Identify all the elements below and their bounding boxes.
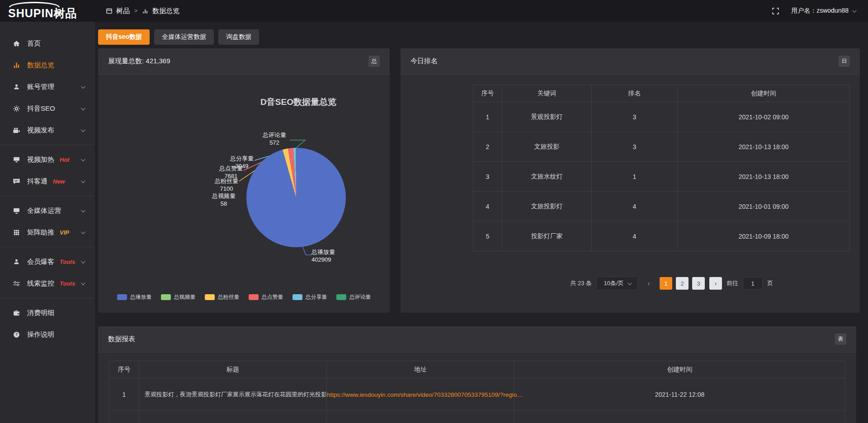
help-icon: ? [13, 331, 20, 338]
sidebar-item-label: 视频发布 [27, 126, 54, 135]
rank-col-header: 排名 [592, 85, 678, 102]
legend-swatch [292, 294, 302, 300]
legend-item-4[interactable]: 总分享量 [292, 293, 327, 301]
chevron-down-icon [81, 208, 85, 212]
sidebar-item-9[interactable]: 会员爆客Tools [0, 251, 95, 273]
legend-item-0[interactable]: 总播放量 [117, 293, 152, 301]
rank-table-row: 1景观投影灯32021-10-02 09:00 [473, 102, 850, 132]
next-page-button[interactable]: › [709, 277, 722, 290]
legend-label: 总视频量 [174, 293, 196, 301]
rank-table-row: 3文旅水纹灯12021-10-13 18:00 [473, 162, 850, 192]
report-panel: 数据报表 表 序号标题地址创建时间 1景观投影灯，夜游景观投影灯厂家展示展示落花… [98, 326, 856, 423]
legend-item-5[interactable]: 总评论量 [336, 293, 371, 301]
legend-swatch [249, 294, 259, 300]
chevron-down-icon [81, 157, 85, 161]
legend-item-3[interactable]: 总点赞量 [249, 293, 283, 301]
sidebar-item-0[interactable]: 首页 [0, 33, 95, 54]
tab-0[interactable]: 抖音seo数据 [98, 29, 150, 45]
legend-item-1[interactable]: 总视频量 [161, 293, 196, 301]
breadcrumb-current: 数据总览 [152, 7, 179, 15]
prev-page-button[interactable]: ‹ [642, 277, 655, 290]
legend-label: 总评论量 [349, 293, 371, 301]
breadcrumb: 树品 > 数据总览 [106, 7, 179, 15]
rank-cell: 2021-10-13 18:00 [678, 162, 850, 192]
chart-legend: 总播放量总视频量总粉丝量总点赞量总分享量总评论量 [98, 293, 390, 301]
report-table: 序号标题地址创建时间 1景观投影灯，夜游景观投影灯厂家展示展示落花灯在花园里的灯… [109, 361, 845, 423]
rank-cell: 1 [473, 102, 502, 132]
sidebar-item-6[interactable]: 抖客通New [0, 170, 95, 192]
legend-swatch [336, 294, 346, 300]
tab-2[interactable]: 询盘数据 [218, 29, 259, 45]
chevron-down-icon [81, 230, 85, 234]
pie-label-video: 总视频量58 [210, 192, 237, 207]
page-button-3[interactable]: 3 [692, 277, 705, 290]
pagination-total: 共 23 条 [570, 279, 592, 287]
sidebar-item-label: 抖客通 [27, 177, 47, 186]
sidebar-divider [0, 196, 95, 196]
rank-cell: 4 [473, 192, 502, 221]
rank-cell: 文旅投影灯 [502, 192, 592, 221]
pie-graphic[interactable] [246, 148, 346, 247]
sidebar-item-11[interactable]: 消费明细 [0, 302, 95, 324]
chevron-down-icon [81, 127, 85, 132]
report-link-cell: https://www.iesdouyin.com/share/video/70… [327, 378, 514, 411]
rank-cell: 2021-10-13 18:00 [678, 132, 850, 162]
sidebar-item-5[interactable]: 视频加热Hot [0, 149, 95, 170]
day-corner-button[interactable]: 日 [839, 56, 850, 67]
table-corner-button[interactable]: 表 [835, 334, 846, 345]
page-button-1[interactable]: 1 [660, 277, 672, 290]
legend-label: 总分享量 [306, 293, 327, 301]
tab-1[interactable]: 全媒体运营数据 [154, 29, 214, 45]
report-index-cell: 1 [109, 378, 139, 411]
badge: New [53, 178, 65, 185]
total-corner-button[interactable]: 总 [368, 56, 380, 67]
pie-label-comment: 总评论量572 [259, 131, 290, 146]
sidebar-item-7[interactable]: 全媒体运营 [0, 200, 95, 221]
pagination: 共 23 条 10条/页 ‹ 123 › 前往 页 [473, 277, 773, 290]
rank-cell: 4 [592, 192, 678, 221]
window-icon [106, 8, 113, 14]
sidebar-item-2[interactable]: 账号管理 [0, 76, 95, 98]
rank-col-header: 序号 [473, 85, 502, 102]
sidebar-item-4[interactable]: 视频发布 [0, 119, 95, 141]
sidebar-item-3[interactable]: 抖音SEO [0, 98, 95, 119]
tab-bar: 抖音seo数据全媒体运营数据询盘数据 [98, 29, 860, 45]
breadcrumb-root[interactable]: 树品 [116, 7, 130, 15]
rank-col-header: 关键词 [502, 85, 592, 102]
legend-label: 总粉丝量 [218, 293, 240, 301]
page-size-select[interactable]: 10条/页 [596, 277, 638, 290]
chevron-down-icon [627, 281, 632, 285]
rank-cell: 3 [592, 132, 678, 162]
page-button-2[interactable]: 2 [676, 277, 689, 290]
rank-cell: 文旅投影 [502, 132, 592, 162]
legend-item-2[interactable]: 总粉丝量 [205, 293, 240, 301]
rank-cell: 投影灯厂家 [502, 221, 592, 251]
video-link[interactable]: https://www.iesdouyin.com/share/video/70… [327, 391, 523, 398]
chevron-down-icon [81, 259, 85, 263]
sidebar-item-1[interactable]: 数据总览 [0, 54, 95, 76]
legend-swatch [117, 294, 127, 300]
chart-title: D音SEO数据量总览 [260, 96, 336, 108]
goto-page-input[interactable] [743, 277, 763, 290]
user-menu[interactable]: 用户名：zswodun88 [791, 7, 855, 15]
chevron-down-icon [81, 179, 85, 183]
label-connector-lines [98, 75, 390, 313]
rank-panel-title: 今日排名 [410, 57, 438, 66]
report-table-row-partial [109, 411, 845, 423]
goto-label: 前往 [726, 279, 738, 287]
rank-panel: 今日排名 日 序号关键词排名创建时间 1景观投影灯32021-10-02 09:… [401, 48, 860, 313]
sidebar-item-12[interactable]: ?操作说明 [0, 324, 95, 345]
wallet-icon [13, 309, 20, 317]
chevron-down-icon [81, 281, 85, 285]
fullscreen-icon[interactable] [772, 7, 779, 15]
chevron-down-icon [852, 8, 857, 13]
badge: Hot [60, 156, 70, 163]
rank-table-row: 5投影灯厂家42021-10-09 18:00 [473, 221, 850, 251]
sidebar-item-8[interactable]: 矩阵助推VIP [0, 221, 95, 243]
sidebar: 首页数据总览账号管理抖音SEO视频发布视频加热Hot抖客通New全媒体运营矩阵助… [0, 22, 95, 423]
sliders-icon [13, 280, 20, 287]
sidebar-item-10[interactable]: 线索监控Tools [0, 273, 95, 294]
sidebar-item-label: 全媒体运营 [27, 207, 61, 215]
pie-label-play: 总播放量402909 [311, 248, 353, 263]
sidebar-item-label: 抖音SEO [27, 104, 55, 113]
